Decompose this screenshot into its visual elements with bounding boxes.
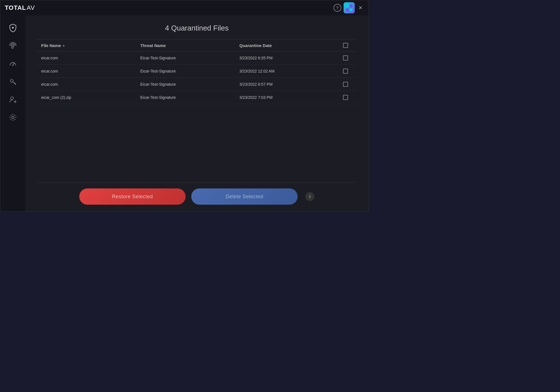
table-row: eicar.com Eicar-Test-Signature 3/23/2022…	[37, 65, 357, 78]
col-header-select-all[interactable]	[339, 43, 353, 48]
svg-point-8	[11, 97, 13, 100]
cell-checkbox-0[interactable]	[339, 55, 353, 60]
cell-checkbox-3[interactable]	[339, 95, 353, 100]
app-window: TOTAL AV ? ✕	[0, 0, 368, 212]
sidebar-item-shield[interactable]	[5, 20, 21, 36]
content-inner: 4 Quarantined Files File Name ▲ Threat N…	[25, 15, 368, 178]
quarantine-table: File Name ▲ Threat Name Quarantine Date …	[37, 39, 357, 178]
cell-threat-3: Eicar-Test-Signature	[140, 95, 239, 100]
cell-date-3: 3/23/2022 7:03 PM	[239, 95, 339, 100]
content-area: 4 Quarantined Files File Name ▲ Threat N…	[25, 15, 368, 211]
bottom-buttons: Restore Selected Delete Selected i	[37, 188, 357, 205]
cell-filename-3: eicar_com (2).zip	[41, 95, 140, 100]
svg-point-9	[12, 116, 14, 118]
col-header-date: Quarantine Date	[239, 43, 339, 48]
svg-point-4	[12, 27, 14, 29]
col-header-threat: Threat Name	[140, 43, 239, 48]
title-bar: TOTAL AV ? ✕	[0, 0, 368, 15]
page-title: 4 Quarantined Files	[37, 24, 357, 32]
svg-rect-2	[346, 8, 349, 11]
bottom-divider	[37, 183, 357, 183]
col-header-filename: File Name ▲	[41, 43, 140, 48]
cell-filename-0: eicar.com	[41, 56, 140, 60]
logo-av: AV	[27, 4, 35, 11]
svg-rect-0	[346, 4, 349, 7]
sidebar-item-fingerprint[interactable]	[5, 38, 21, 53]
cell-date-1: 3/23/2022 12:02 AM	[239, 69, 339, 73]
sidebar-item-add-user[interactable]	[5, 92, 21, 107]
cell-filename-2: eicar.com	[41, 82, 140, 87]
delete-selected-button[interactable]: Delete Selected	[191, 188, 298, 205]
cell-filename-1: eicar.com	[41, 69, 140, 73]
cell-date-0: 3/23/2022 6:35 PM	[239, 56, 339, 60]
svg-point-5	[12, 45, 14, 46]
main-layout: 4 Quarantined Files File Name ▲ Threat N…	[0, 15, 368, 211]
app-logo: TOTAL AV	[5, 4, 35, 11]
app-icon	[344, 2, 355, 13]
sidebar	[0, 15, 25, 211]
row-checkbox-3[interactable]	[343, 95, 348, 100]
bottom-area: Restore Selected Delete Selected i	[25, 178, 368, 211]
cell-threat-0: Eicar-Test-Signature	[140, 56, 239, 60]
row-checkbox-0[interactable]	[343, 55, 348, 60]
info-button[interactable]: i	[305, 192, 314, 201]
title-bar-controls: ? ✕	[333, 2, 364, 13]
sort-arrow-icon: ▲	[62, 44, 65, 47]
row-checkbox-2[interactable]	[343, 82, 348, 87]
restore-selected-button[interactable]: Restore Selected	[79, 188, 186, 205]
help-button[interactable]: ?	[333, 4, 341, 12]
cell-checkbox-1[interactable]	[339, 69, 353, 74]
svg-point-6	[12, 65, 13, 66]
sidebar-item-key[interactable]	[5, 74, 21, 89]
row-checkbox-1[interactable]	[343, 69, 348, 74]
cell-threat-2: Eicar-Test-Signature	[140, 82, 239, 87]
cell-checkbox-2[interactable]	[339, 82, 353, 87]
sidebar-item-speedometer[interactable]	[5, 56, 21, 71]
close-button[interactable]: ✕	[357, 4, 364, 11]
svg-rect-1	[350, 4, 353, 7]
sidebar-item-settings[interactable]	[5, 109, 21, 125]
table-row: eicar.com Eicar-Test-Signature 3/23/2022…	[37, 78, 357, 91]
cell-date-2: 3/23/2022 6:57 PM	[239, 82, 339, 87]
select-all-checkbox[interactable]	[343, 43, 348, 48]
table-header: File Name ▲ Threat Name Quarantine Date	[37, 39, 357, 52]
cell-threat-1: Eicar-Test-Signature	[140, 69, 239, 73]
table-row: eicar_com (2).zip Eicar-Test-Signature 3…	[37, 91, 357, 104]
logo-total: TOTAL	[5, 4, 26, 11]
svg-rect-3	[350, 8, 353, 11]
table-row: eicar.com Eicar-Test-Signature 3/23/2022…	[37, 52, 357, 65]
